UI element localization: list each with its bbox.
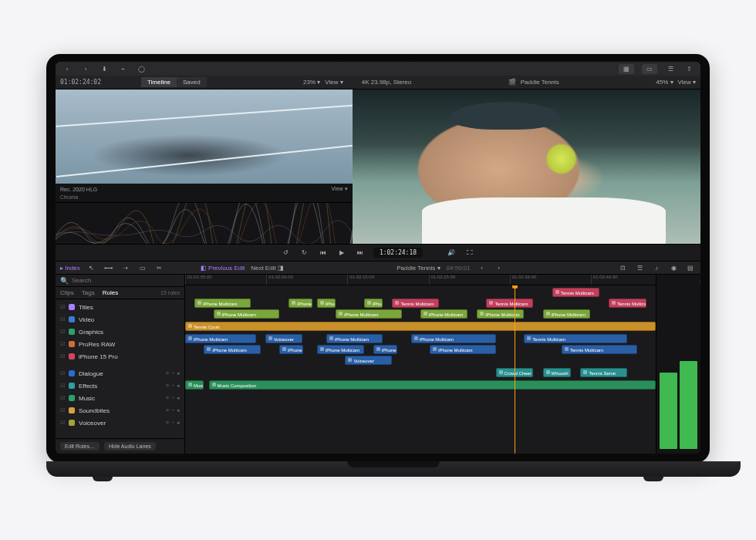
play-icon[interactable]: ▶ (336, 248, 347, 258)
right-view-menu[interactable]: View ▾ (678, 79, 696, 86)
timeline-clip[interactable]: iPhone Multicam (543, 309, 590, 319)
timeline-clip[interactable]: Whoosh (543, 368, 572, 377)
timeline-clip[interactable]: Tennis Serve (580, 368, 627, 377)
program-viewer-canvas[interactable] (353, 89, 700, 244)
layout-default-button[interactable]: ▭ (642, 64, 657, 74)
event-viewer-canvas[interactable] (56, 89, 353, 184)
fullscreen-icon[interactable]: ⛶ (464, 248, 475, 258)
timeline-ruler[interactable]: 01:01:55:0001:02:06:0001:02:15:0001:02:2… (185, 275, 656, 285)
role-label: Titles (79, 304, 93, 311)
timeline-clip[interactable]: iPhone… (364, 299, 383, 308)
next-frame-icon[interactable]: ⏭ (355, 248, 366, 258)
timeline-clip[interactable]: Voiceover (265, 334, 303, 343)
timeline-clip[interactable]: Tennis Multicam (486, 299, 533, 308)
timeline-clip[interactable]: Tennis Multicam (392, 299, 439, 308)
audio-mute-icon[interactable]: 🔊 (446, 248, 457, 258)
timeline-clip[interactable]: iPhone… (317, 299, 336, 308)
event-viewer: Rec. 2020 HLG View ▾ Chroma (56, 89, 353, 244)
tool-select-icon[interactable]: ↖ (86, 262, 97, 273)
timeline-clip[interactable]: Voiceover (345, 356, 392, 365)
timeline-clip[interactable]: iPhone Multicam (185, 334, 256, 343)
tool-position-icon[interactable]: ⇢ (120, 262, 131, 273)
timeline-tracks[interactable]: Tennis MulticamiPhone MulticamiPhone…iPh… (185, 285, 656, 454)
role-row[interactable]: ☑Dialogue≡ − ◂ (56, 367, 184, 380)
timeline-clip[interactable]: Tennis Multicam (524, 334, 627, 343)
timeline-index-sidebar: 🔍 Clips Tags Roles 15 roles ☑Titles☑Vide… (56, 275, 185, 454)
index-tab-roles[interactable]: Roles (103, 289, 118, 296)
timeline-clip[interactable]: iPhone Multicam (420, 309, 467, 319)
left-viewer-zoom[interactable]: 23% ▾ (303, 79, 320, 86)
minus-icon: − (171, 370, 174, 376)
tool-blade-icon[interactable]: ✂ (154, 262, 165, 273)
edit-roles-button[interactable]: Edit Roles… (60, 442, 100, 451)
video-scope[interactable] (56, 202, 353, 244)
share-icon[interactable]: ⇪ (683, 63, 694, 74)
timeline-clip[interactable]: iPhone Multicam (204, 345, 260, 354)
back-icon[interactable]: ‹ (62, 63, 73, 74)
index-toggle[interactable]: ▸ Index (60, 265, 80, 272)
timeline-clip[interactable]: Music Composition (209, 380, 656, 390)
prev-frame-icon[interactable]: ⏮ (318, 248, 329, 258)
role-row[interactable]: ☑ProRes RAW (56, 338, 184, 350)
role-row[interactable]: ☑Video (56, 313, 184, 326)
timeline-clip[interactable]: iPhone Multicam (477, 309, 524, 319)
audio-skim-icon[interactable]: ♪ (651, 262, 662, 273)
role-row[interactable]: ☑Music≡ − ◂ (56, 392, 184, 404)
hide-audio-lanes-button[interactable]: Hide Audio Lanes (104, 442, 156, 451)
loop-icon[interactable]: ↺ (281, 248, 292, 258)
layout-compact-button[interactable]: ▦ (619, 64, 634, 74)
laptop-base (46, 461, 741, 477)
bg-tasks-icon[interactable]: ◯ (136, 63, 147, 74)
left-view-menu[interactable]: View ▾ (325, 79, 343, 86)
scope-view-menu[interactable]: View ▾ (332, 186, 348, 192)
timeline-clip[interactable]: iPhone Multicam (336, 309, 401, 319)
inspector-icon[interactable]: ☰ (665, 63, 676, 74)
index-search-input[interactable] (72, 277, 180, 284)
solo-icon[interactable]: ◉ (668, 262, 679, 273)
tab-saved[interactable]: Saved (177, 77, 207, 87)
timecode-display: 01:02:24:02 (60, 79, 101, 86)
timeline-nav-right-icon[interactable]: › (494, 262, 505, 273)
role-row[interactable]: ☑Titles (56, 301, 184, 313)
timeline-clip[interactable]: iPhone Multicam (411, 334, 496, 343)
prev-edit-button[interactable]: ◧ Previous Edit (201, 265, 245, 272)
role-row[interactable]: ☑Effects≡ − ◂ (56, 380, 184, 392)
timeline-clip[interactable]: iPhone… (279, 345, 303, 354)
tab-timeline[interactable]: Timeline (141, 77, 177, 87)
index-tab-clips[interactable]: Clips (60, 289, 74, 296)
snap-icon[interactable]: ⊡ (617, 262, 628, 273)
right-viewer-zoom[interactable]: 45% ▾ (656, 79, 673, 86)
timeline-clip[interactable]: Tennis Multicam (609, 299, 646, 308)
timeline-clip[interactable]: iPhone Multicam (326, 334, 383, 343)
role-row[interactable]: ☑iPhone 15 Pro (56, 350, 184, 363)
timeline-clip[interactable]: iPhone Multicam (194, 299, 251, 308)
index-tab-tags[interactable]: Tags (82, 289, 95, 296)
next-edit-button[interactable]: Next Edit ◨ (251, 265, 284, 272)
keyword-icon[interactable]: ⌁ (117, 63, 128, 74)
tool-range-icon[interactable]: ▭ (137, 262, 148, 273)
timeline-clip[interactable]: iPhone Multicam (317, 345, 364, 354)
cycle-icon[interactable]: ↻ (299, 248, 310, 258)
role-row[interactable]: ☑Voiceover≡ − ◂ (56, 417, 184, 429)
timeline[interactable]: 01:01:55:0001:02:06:0001:02:15:0001:02:2… (185, 275, 656, 454)
skimming-icon[interactable]: ☰ (634, 262, 645, 273)
timeline-clip[interactable]: Tennis Multicam (562, 345, 637, 354)
tool-trim-icon[interactable]: ⟷ (103, 262, 114, 273)
timeline-clip[interactable]: iPhone Multicam (214, 309, 279, 319)
timeline-clip[interactable]: iPhone… (289, 299, 312, 308)
timeline-nav-left-icon[interactable]: ‹ (477, 262, 488, 273)
playhead[interactable] (515, 285, 515, 454)
timeline-clip[interactable]: iPhone… (373, 345, 397, 354)
timeline-clip[interactable]: Music (185, 380, 204, 390)
import-icon[interactable]: ⬇ (99, 63, 110, 74)
project-name-dropdown[interactable]: Paddle Tennis ▾ (397, 265, 440, 272)
timeline-lane: iPhone MulticamiPhone…iPhone…iPhone…Tenn… (185, 298, 656, 309)
timeline-clip[interactable]: iPhone Multicam (430, 345, 495, 354)
timeline-clip[interactable]: Tennis Court (185, 322, 656, 331)
timeline-clip[interactable]: Tennis Multicam (552, 288, 599, 297)
scope-label: Rec. 2020 HLG (60, 187, 97, 192)
role-row[interactable]: ☑Soundbites≡ − ◂ (56, 404, 184, 417)
clip-appearance-icon[interactable]: ▤ (685, 262, 696, 273)
forward-icon[interactable]: › (80, 63, 91, 74)
role-row[interactable]: ☑Graphics (56, 326, 184, 338)
